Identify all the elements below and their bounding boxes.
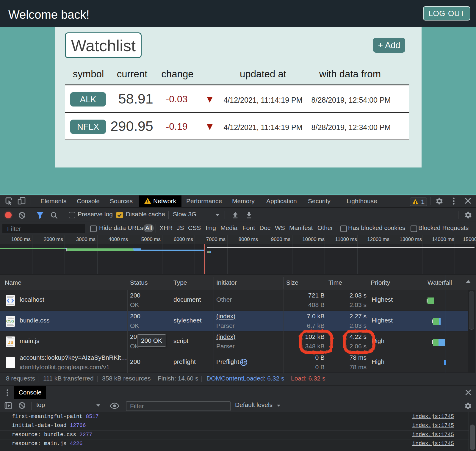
svg-text:JS: JS — [8, 340, 13, 345]
svg-text:CSS: CSS — [6, 319, 14, 323]
